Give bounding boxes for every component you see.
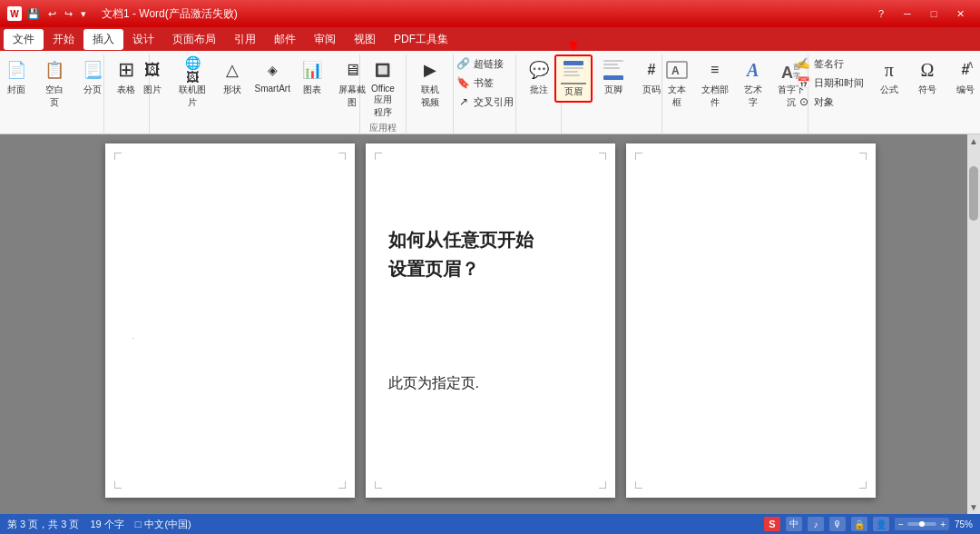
- btn-datetime[interactable]: 📅 日期和时间: [792, 74, 868, 92]
- minimize-btn[interactable]: ─: [895, 5, 920, 23]
- btn-docparts[interactable]: ≡ 文档部件: [697, 54, 733, 112]
- btn-picture[interactable]: 🖼 图片: [136, 54, 169, 99]
- btn-numbering[interactable]: # 编号: [948, 54, 980, 99]
- help-btn[interactable]: ?: [868, 5, 894, 23]
- header-arrow-indicator: ▼: [565, 36, 582, 55]
- corner-tl-p1: [114, 153, 122, 160]
- online-video-icon: ▶: [417, 57, 443, 83]
- page-1-content: ·: [128, 171, 332, 470]
- btn-textbox[interactable]: A 文本框: [661, 54, 693, 112]
- btn-footer[interactable]: 页脚: [596, 54, 631, 99]
- btn-crossref[interactable]: ↗ 交叉引用: [452, 93, 518, 111]
- corner-bl-p2: [375, 481, 382, 489]
- btn-object[interactable]: ⊙ 对象: [792, 93, 868, 111]
- menu-file[interactable]: 文件: [4, 29, 44, 50]
- save-quick-btn[interactable]: 💾: [24, 7, 43, 21]
- docparts-icon: ≡: [702, 57, 728, 83]
- close-btn[interactable]: ✕: [947, 5, 973, 23]
- menu-start[interactable]: 开始: [44, 29, 83, 50]
- smartart-icon: ◈: [260, 57, 285, 83]
- window-controls: ? ─ □ ✕: [868, 5, 973, 23]
- zoom-control[interactable]: − +: [895, 518, 949, 530]
- customize-quick-btn[interactable]: ▾: [78, 7, 89, 21]
- corner-br-p1: [338, 481, 346, 489]
- audio-icon[interactable]: ♪: [808, 517, 824, 531]
- zoom-slider[interactable]: [907, 522, 936, 526]
- status-left: 第 3 页，共 3 页 19 个字 □ 中文(中国): [7, 518, 191, 531]
- menu-review[interactable]: 审阅: [305, 29, 345, 50]
- btn-comment[interactable]: 💬 批注: [522, 54, 556, 99]
- quick-access-toolbar: W 💾 ↩ ↪ ▾: [7, 6, 89, 21]
- btn-blank[interactable]: 📋 空白页: [36, 54, 72, 112]
- btn-header[interactable]: 页眉 ▼: [554, 54, 593, 103]
- corner-br-p3: [859, 481, 867, 489]
- scroll-up-btn[interactable]: ▲: [967, 134, 980, 148]
- title-bar: W 💾 ↩ ↪ ▾ 文档1 - Word(产品激活失败) ? ─ □ ✕: [0, 0, 980, 27]
- picture-icon: 🖼: [140, 57, 165, 83]
- zoom-out-btn[interactable]: −: [898, 519, 904, 529]
- btn-formula[interactable]: π 公式: [872, 54, 906, 99]
- btn-cover[interactable]: 📄 封面: [0, 54, 33, 99]
- btn-bookmark[interactable]: 🔖 书签: [452, 74, 518, 92]
- menu-layout[interactable]: 页面布局: [163, 29, 225, 50]
- btn-shape[interactable]: △ 形状: [216, 54, 249, 99]
- document-area: · 如何从任意页开始设置页眉？ 此页为指定页. ▲ ▼: [0, 134, 980, 514]
- btn-smartart[interactable]: ◈ SmartArt: [252, 54, 292, 96]
- pagebreak-label: 分页: [83, 84, 102, 96]
- wordart-icon: A: [740, 57, 766, 83]
- svg-rect-4: [603, 60, 623, 62]
- btn-symbol[interactable]: Ω 符号: [910, 54, 945, 99]
- lang-icon: □: [135, 519, 142, 529]
- btn-office-apps[interactable]: 🔲 Office应用程序: [366, 54, 401, 122]
- s-icon[interactable]: S: [764, 517, 780, 531]
- scroll-down-btn[interactable]: ▼: [967, 500, 980, 514]
- svg-text:A: A: [671, 64, 680, 77]
- corner-bl-p3: [635, 481, 642, 489]
- formula-icon: π: [877, 57, 902, 83]
- btn-wordart[interactable]: A 艺术字: [737, 54, 769, 112]
- online-video-label: 联机视频: [416, 84, 443, 109]
- page-2-content: 如何从任意页开始设置页眉？ 此页为指定页.: [388, 225, 593, 514]
- crossref-icon: ↗: [456, 94, 471, 109]
- btn-online-pic[interactable]: 🌐🖼 联机图片: [172, 54, 212, 112]
- menu-view[interactable]: 视图: [345, 29, 385, 50]
- menu-design[interactable]: 设计: [123, 29, 163, 50]
- pagenumber-label: 页码: [642, 84, 661, 96]
- page2-sub-text: 此页为指定页.: [388, 374, 593, 393]
- datetime-label: 日期和时间: [814, 76, 864, 90]
- page-3: [626, 143, 876, 498]
- online-pic-icon: 🌐🖼: [180, 57, 205, 83]
- btn-online-video[interactable]: ▶ 联机视频: [412, 54, 447, 112]
- corner-tl-p2: [375, 153, 382, 160]
- header-icon: [561, 59, 586, 84]
- redo-quick-btn[interactable]: ↪: [62, 7, 75, 21]
- maximize-btn[interactable]: □: [921, 5, 946, 23]
- svg-rect-0: [564, 61, 583, 65]
- menu-insert[interactable]: 插入: [83, 29, 123, 50]
- chart-label: 图表: [303, 84, 321, 96]
- title-bar-left: W 💾 ↩ ↪ ▾ 文档1 - Word(产品激活失败): [7, 6, 238, 22]
- footer-label: 页脚: [604, 84, 622, 96]
- zoom-in-btn[interactable]: +: [940, 519, 946, 529]
- picture-label: 图片: [143, 84, 162, 96]
- btn-chart[interactable]: 📊 图表: [296, 54, 328, 99]
- group-comments-items: 💬 批注: [522, 54, 556, 134]
- zoom-percent: 75%: [955, 519, 973, 529]
- shield-icon[interactable]: 🔒: [851, 517, 867, 531]
- user-icon[interactable]: 👤: [873, 517, 889, 531]
- menu-pdf[interactable]: PDF工具集: [385, 29, 457, 50]
- chinese-input-icon[interactable]: 中: [786, 517, 802, 531]
- menu-bar: 文件 开始 插入 设计 页面布局 引用 邮件 审阅 视图 PDF工具集: [0, 27, 980, 51]
- menu-mail[interactable]: 邮件: [265, 29, 305, 50]
- menu-ref[interactable]: 引用: [225, 29, 265, 50]
- undo-quick-btn[interactable]: ↩: [45, 7, 59, 21]
- shape-icon: △: [220, 57, 245, 83]
- symbol-icon: Ω: [915, 57, 940, 83]
- scrollbar-thumb[interactable]: [969, 166, 978, 221]
- btn-signature[interactable]: ✍ 签名行: [792, 54, 868, 73]
- btn-hyperlink[interactable]: 🔗 超链接: [452, 54, 518, 73]
- vertical-scrollbar[interactable]: ▲ ▼: [967, 134, 980, 514]
- svg-text:A: A: [781, 64, 793, 82]
- mic-icon[interactable]: 🎙: [829, 517, 846, 531]
- header-label: 页眉: [564, 85, 583, 98]
